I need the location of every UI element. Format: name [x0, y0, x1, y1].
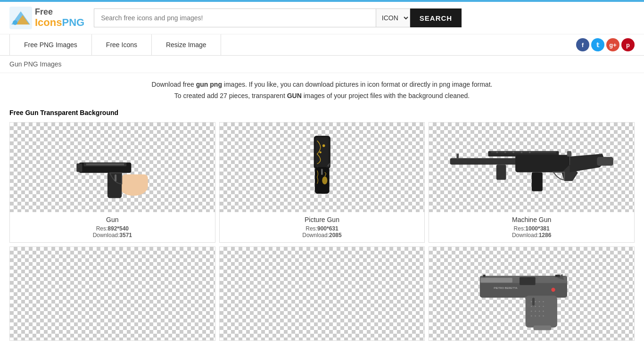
svg-rect-10 — [86, 164, 124, 165]
svg-rect-28 — [496, 152, 498, 153]
main-content: Download free gun png images. If you lik… — [0, 73, 644, 348]
pinterest-icon[interactable]: p — [621, 38, 635, 51]
svg-rect-58 — [534, 325, 552, 330]
svg-rect-35 — [481, 278, 512, 282]
beretta-svg: PIETRO BERETTA — [472, 254, 591, 333]
social-icons: f 𝕥 g+ p — [576, 38, 635, 51]
image-card-partial-mid[interactable] — [219, 247, 425, 341]
page-title: Gun PNG Images — [9, 60, 62, 68]
logo-icons: Icons — [35, 16, 62, 28]
card-image-partial-left — [10, 247, 215, 340]
card-dl-gun: Download:3571 — [15, 232, 210, 239]
svg-rect-53 — [532, 297, 535, 305]
svg-rect-13 — [315, 138, 329, 167]
logo-icons-png: IconsPNG — [35, 17, 84, 28]
nav-item-resize-image[interactable]: Resize Image — [152, 34, 221, 55]
image-card-picture-gun[interactable]: Picture Gun Res:900*631 Download:2085 — [219, 122, 425, 243]
svg-point-39 — [539, 301, 540, 303]
svg-point-44 — [543, 306, 545, 307]
card-image-beretta: PIETRO BERETTA — [429, 247, 634, 340]
svg-point-50 — [535, 315, 537, 317]
svg-point-17 — [322, 177, 327, 185]
card-res-machine-gun: Res:1000*381 — [434, 225, 629, 232]
google-plus-icon[interactable]: g+ — [606, 38, 619, 51]
svg-text:PIETRO BERETTA: PIETRO BERETTA — [494, 287, 518, 289]
svg-point-45 — [531, 311, 532, 312]
svg-rect-36 — [526, 296, 557, 327]
logo-text: Free IconsPNG — [35, 8, 84, 28]
gun-svg — [60, 129, 165, 206]
card-dl-picture-gun: Download:2085 — [224, 232, 420, 239]
svg-point-46 — [535, 311, 537, 312]
image-card-machine-gun[interactable]: Machine Gun Res:1000*381 Download:1286 — [429, 122, 635, 243]
svg-point-43 — [539, 306, 540, 307]
logo-png: PNG — [62, 16, 84, 28]
logo-link[interactable]: Free IconsPNG — [9, 7, 84, 29]
card-info-picture-gun: Picture Gun Res:900*631 Download:2085 — [220, 212, 425, 242]
image-grid: Gun Res:892*540 Download:3571 — [9, 122, 635, 341]
svg-point-51 — [539, 315, 540, 317]
svg-rect-5 — [122, 174, 149, 189]
page-title-bar: Gun PNG Images — [0, 56, 644, 73]
svg-rect-23 — [496, 165, 506, 180]
facebook-icon[interactable]: f — [576, 38, 589, 51]
svg-rect-11 — [77, 164, 83, 172]
svg-point-47 — [539, 311, 540, 312]
card-name-machine-gun: Machine Gun — [434, 216, 629, 223]
svg-point-40 — [543, 301, 545, 303]
svg-point-37 — [531, 301, 532, 303]
svg-rect-25 — [567, 151, 571, 156]
svg-point-15 — [319, 151, 321, 153]
twitter-icon[interactable]: 𝕥 — [591, 38, 604, 51]
card-dl-machine-gun: Download:1286 — [434, 232, 629, 239]
machine-gun-svg — [445, 132, 619, 203]
image-card-partial-left[interactable] — [9, 247, 215, 341]
svg-rect-18 — [321, 169, 323, 175]
svg-rect-31 — [521, 152, 522, 153]
svg-rect-57 — [483, 275, 486, 277]
svg-point-3 — [13, 20, 17, 25]
card-image-machine-gun — [429, 123, 634, 212]
search-input[interactable] — [94, 8, 376, 27]
desc-gun-png-bold: gun png — [196, 81, 222, 88]
svg-rect-26 — [597, 157, 613, 165]
svg-rect-27 — [491, 152, 556, 153]
desc-gun-bold: GUN — [287, 92, 302, 99]
logo-icon — [9, 7, 32, 29]
svg-point-42 — [535, 306, 537, 307]
svg-point-48 — [543, 311, 545, 312]
svg-point-38 — [535, 301, 537, 303]
card-info-gun: Gun Res:892*540 Download:3571 — [10, 212, 215, 242]
header: Free IconsPNG ICON PNG SEARCH — [0, 2, 644, 34]
card-name-picture-gun: Picture Gun — [224, 216, 420, 223]
desc-line1: Download free gun png images. If you lik… — [9, 81, 635, 88]
card-name-gun: Gun — [15, 216, 210, 223]
search-area: ICON PNG SEARCH — [94, 8, 462, 27]
desc-line2: To created add 27 pieces, transparent GU… — [9, 92, 635, 99]
svg-point-14 — [322, 145, 325, 148]
nav-item-free-icons[interactable]: Free Icons — [92, 34, 152, 55]
section-title: Free Gun Transparent Background — [9, 109, 635, 116]
nav-item-free-png-images[interactable]: Free PNG Images — [9, 34, 92, 55]
svg-rect-56 — [555, 275, 560, 277]
search-button[interactable]: SEARCH — [410, 8, 462, 27]
image-card-gun[interactable]: Gun Res:892*540 Download:3571 — [9, 122, 215, 243]
search-type-select[interactable]: ICON PNG — [376, 8, 410, 27]
card-res-gun: Res:892*540 — [15, 225, 210, 232]
svg-point-59 — [552, 288, 555, 291]
logo-free: Free — [35, 8, 84, 17]
svg-rect-21 — [515, 155, 570, 172]
card-image-picture-gun — [220, 123, 425, 212]
card-info-machine-gun: Machine Gun Res:1000*381 Download:1286 — [429, 212, 634, 242]
picture-gun-svg — [289, 129, 355, 205]
card-image-partial-mid — [220, 247, 425, 340]
svg-rect-29 — [504, 152, 506, 153]
svg-rect-30 — [512, 152, 514, 153]
svg-rect-24 — [456, 154, 459, 159]
description-block: Download free gun png images. If you lik… — [9, 81, 635, 99]
svg-rect-54 — [520, 277, 536, 285]
card-image-gun — [10, 123, 215, 212]
svg-rect-22 — [532, 172, 543, 191]
svg-point-41 — [531, 306, 532, 307]
image-card-beretta[interactable]: PIETRO BERETTA — [429, 247, 635, 341]
